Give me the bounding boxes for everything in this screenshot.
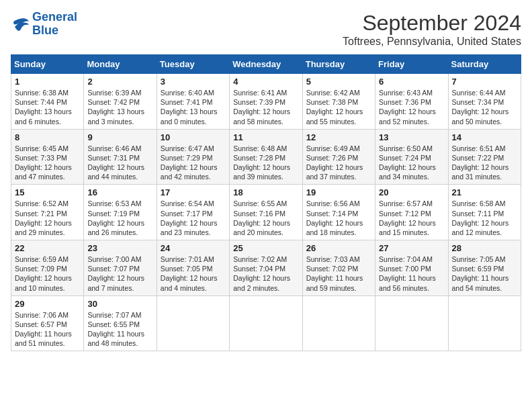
logo-text: General Blue	[32, 11, 77, 38]
table-row: 2 Sunrise: 6:39 AMSunset: 7:42 PMDayligh…	[84, 74, 157, 130]
table-row: 7 Sunrise: 6:44 AMSunset: 7:34 PMDayligh…	[448, 74, 521, 130]
header-monday: Monday	[84, 55, 157, 74]
day-number: 26	[306, 243, 371, 253]
table-row: 27 Sunrise: 7:04 AMSunset: 7:00 PMDaylig…	[375, 240, 448, 296]
day-number: 3	[161, 77, 226, 87]
day-detail: Sunrise: 6:52 AMSunset: 7:21 PMDaylight:…	[15, 199, 80, 237]
day-detail: Sunrise: 7:03 AMSunset: 7:02 PMDaylight:…	[306, 255, 371, 293]
logo: General Blue	[11, 11, 77, 38]
day-detail: Sunrise: 6:49 AMSunset: 7:26 PMDaylight:…	[306, 144, 371, 182]
day-detail: Sunrise: 7:00 AMSunset: 7:07 PMDaylight:…	[87, 255, 152, 293]
day-number: 16	[87, 187, 152, 197]
day-detail: Sunrise: 7:02 AMSunset: 7:04 PMDaylight:…	[233, 255, 298, 293]
table-row: 9 Sunrise: 6:46 AMSunset: 7:31 PMDayligh…	[84, 129, 157, 185]
table-row: 25 Sunrise: 7:02 AMSunset: 7:04 PMDaylig…	[230, 240, 302, 296]
table-row: 1 Sunrise: 6:38 AMSunset: 7:44 PMDayligh…	[11, 74, 84, 130]
table-row: 8 Sunrise: 6:45 AMSunset: 7:33 PMDayligh…	[11, 129, 84, 185]
day-number: 27	[379, 243, 444, 253]
month-title: September 2024	[343, 11, 521, 36]
header-wednesday: Wednesday	[230, 55, 302, 74]
table-row: 30 Sunrise: 7:07 AMSunset: 6:55 PMDaylig…	[84, 295, 157, 351]
day-number: 1	[15, 77, 80, 87]
calendar-row: 15 Sunrise: 6:52 AMSunset: 7:21 PMDaylig…	[11, 185, 521, 240]
day-number: 13	[379, 132, 444, 142]
day-detail: Sunrise: 6:41 AMSunset: 7:39 PMDaylight:…	[233, 88, 298, 126]
day-detail: Sunrise: 6:40 AMSunset: 7:41 PMDaylight:…	[161, 88, 226, 126]
day-number: 6	[379, 77, 444, 87]
day-number: 28	[452, 243, 517, 253]
header-friday: Friday	[375, 55, 448, 74]
day-number: 22	[15, 243, 80, 253]
calendar-row: 29 Sunrise: 7:06 AMSunset: 6:57 PMDaylig…	[11, 295, 521, 351]
table-row: 29 Sunrise: 7:06 AMSunset: 6:57 PMDaylig…	[11, 295, 84, 351]
day-number: 15	[15, 187, 80, 197]
table-row: 6 Sunrise: 6:43 AMSunset: 7:36 PMDayligh…	[375, 74, 448, 130]
table-row: 19 Sunrise: 6:56 AMSunset: 7:14 PMDaylig…	[302, 185, 375, 240]
day-detail: Sunrise: 6:57 AMSunset: 7:12 PMDaylight:…	[379, 199, 444, 237]
day-detail: Sunrise: 6:55 AMSunset: 7:16 PMDaylight:…	[233, 199, 298, 237]
calendar-row: 1 Sunrise: 6:38 AMSunset: 7:44 PMDayligh…	[11, 74, 521, 130]
location: Toftrees, Pennsylvania, United States	[343, 36, 521, 48]
day-number: 19	[306, 187, 371, 197]
table-row: 15 Sunrise: 6:52 AMSunset: 7:21 PMDaylig…	[11, 185, 84, 240]
day-number: 24	[161, 243, 226, 253]
day-detail: Sunrise: 6:56 AMSunset: 7:14 PMDaylight:…	[306, 199, 371, 237]
day-number: 10	[161, 132, 226, 142]
table-row: 12 Sunrise: 6:49 AMSunset: 7:26 PMDaylig…	[302, 129, 375, 185]
day-detail: Sunrise: 6:58 AMSunset: 7:11 PMDaylight:…	[452, 199, 517, 237]
day-detail: Sunrise: 6:53 AMSunset: 7:19 PMDaylight:…	[87, 199, 152, 237]
day-number: 18	[233, 187, 298, 197]
day-detail: Sunrise: 6:59 AMSunset: 7:09 PMDaylight:…	[15, 255, 80, 293]
table-row: 4 Sunrise: 6:41 AMSunset: 7:39 PMDayligh…	[230, 74, 302, 130]
day-number: 5	[306, 77, 371, 87]
weekday-header-row: Sunday Monday Tuesday Wednesday Thursday…	[11, 55, 521, 74]
day-detail: Sunrise: 6:47 AMSunset: 7:29 PMDaylight:…	[161, 144, 226, 182]
day-detail: Sunrise: 6:42 AMSunset: 7:38 PMDaylight:…	[306, 88, 371, 126]
day-number: 4	[233, 77, 298, 87]
day-detail: Sunrise: 7:05 AMSunset: 6:59 PMDaylight:…	[452, 255, 517, 293]
header-saturday: Saturday	[448, 55, 521, 74]
title-block: September 2024 Toftrees, Pennsylvania, U…	[343, 11, 521, 48]
day-detail: Sunrise: 6:44 AMSunset: 7:34 PMDaylight:…	[452, 88, 517, 126]
day-detail: Sunrise: 6:54 AMSunset: 7:17 PMDaylight:…	[161, 199, 226, 237]
table-row	[302, 295, 375, 351]
day-detail: Sunrise: 6:43 AMSunset: 7:36 PMDaylight:…	[379, 88, 444, 126]
header-sunday: Sunday	[11, 55, 84, 74]
table-row: 21 Sunrise: 6:58 AMSunset: 7:11 PMDaylig…	[448, 185, 521, 240]
day-number: 8	[15, 132, 80, 142]
day-number: 9	[87, 132, 152, 142]
day-number: 20	[379, 187, 444, 197]
day-number: 30	[87, 299, 152, 309]
day-number: 12	[306, 132, 371, 142]
table-row: 5 Sunrise: 6:42 AMSunset: 7:38 PMDayligh…	[302, 74, 375, 130]
table-row	[230, 295, 302, 351]
table-row: 24 Sunrise: 7:01 AMSunset: 7:05 PMDaylig…	[157, 240, 229, 296]
calendar-row: 8 Sunrise: 6:45 AMSunset: 7:33 PMDayligh…	[11, 129, 521, 185]
table-row: 13 Sunrise: 6:50 AMSunset: 7:24 PMDaylig…	[375, 129, 448, 185]
table-row	[157, 295, 229, 351]
header-thursday: Thursday	[302, 55, 375, 74]
day-detail: Sunrise: 7:01 AMSunset: 7:05 PMDaylight:…	[161, 255, 226, 293]
table-row: 26 Sunrise: 7:03 AMSunset: 7:02 PMDaylig…	[302, 240, 375, 296]
day-detail: Sunrise: 6:45 AMSunset: 7:33 PMDaylight:…	[15, 144, 80, 182]
day-number: 25	[233, 243, 298, 253]
table-row: 17 Sunrise: 6:54 AMSunset: 7:17 PMDaylig…	[157, 185, 229, 240]
logo-icon	[11, 16, 30, 32]
day-detail: Sunrise: 6:39 AMSunset: 7:42 PMDaylight:…	[87, 88, 152, 126]
table-row	[448, 295, 521, 351]
table-row: 16 Sunrise: 6:53 AMSunset: 7:19 PMDaylig…	[84, 185, 157, 240]
page-header: General Blue September 2024 Toftrees, Pe…	[11, 11, 521, 48]
day-number: 11	[233, 132, 298, 142]
day-number: 2	[87, 77, 152, 87]
day-number: 7	[452, 77, 517, 87]
day-number: 17	[161, 187, 226, 197]
table-row: 3 Sunrise: 6:40 AMSunset: 7:41 PMDayligh…	[157, 74, 229, 130]
day-detail: Sunrise: 6:48 AMSunset: 7:28 PMDaylight:…	[233, 144, 298, 182]
day-detail: Sunrise: 6:46 AMSunset: 7:31 PMDaylight:…	[87, 144, 152, 182]
table-row: 28 Sunrise: 7:05 AMSunset: 6:59 PMDaylig…	[448, 240, 521, 296]
table-row: 18 Sunrise: 6:55 AMSunset: 7:16 PMDaylig…	[230, 185, 302, 240]
day-detail: Sunrise: 7:06 AMSunset: 6:57 PMDaylight:…	[15, 310, 80, 349]
day-number: 29	[15, 299, 80, 309]
table-row: 22 Sunrise: 6:59 AMSunset: 7:09 PMDaylig…	[11, 240, 84, 296]
table-row: 20 Sunrise: 6:57 AMSunset: 7:12 PMDaylig…	[375, 185, 448, 240]
